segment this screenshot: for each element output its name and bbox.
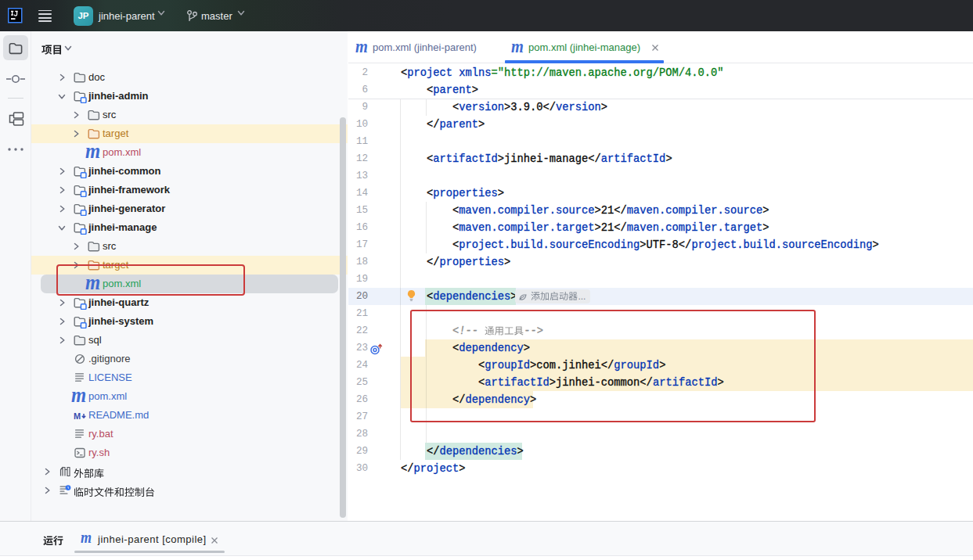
svg-text:m: m [355,41,368,54]
svg-text:m: m [85,146,100,160]
svg-text:m: m [71,390,86,404]
svg-text:M: M [74,411,81,421]
svg-text:m: m [511,41,524,54]
svg-text:m: m [81,531,92,544]
